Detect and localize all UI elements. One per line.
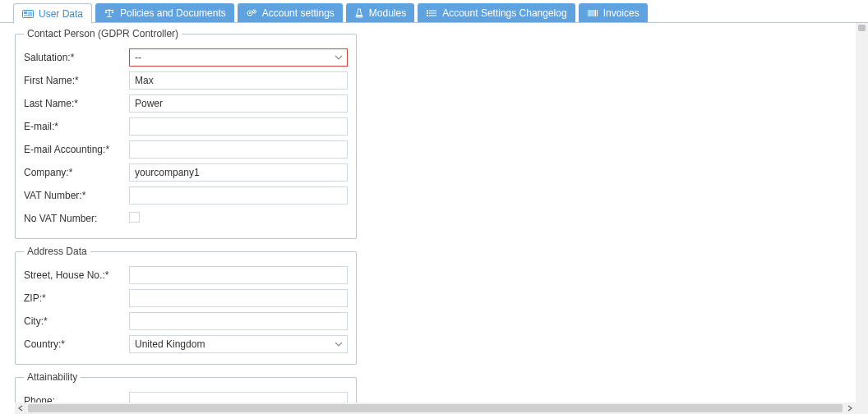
form-scroll-panel: Contact Person (GDPR Controller) Salutat… <box>0 23 856 402</box>
barcode-icon <box>587 8 598 18</box>
city-field[interactable] <box>129 312 348 330</box>
salutation-label: Salutation:* <box>24 52 129 63</box>
country-label: Country:* <box>24 338 129 350</box>
svg-point-11 <box>254 11 255 12</box>
last-name-field[interactable] <box>129 94 348 113</box>
group-legend: Address Data <box>24 246 90 257</box>
street-label: Street, House No.:* <box>24 269 129 281</box>
tab-invoices[interactable]: Invoices <box>579 3 648 23</box>
first-name-label: First Name:* <box>24 75 129 86</box>
zip-label: ZIP:* <box>24 292 129 304</box>
svg-rect-13 <box>429 11 436 12</box>
group-contact-person: Contact Person (GDPR Controller) Salutat… <box>15 28 357 239</box>
vat-number-field[interactable] <box>129 186 348 205</box>
tab-label: Invoices <box>603 7 639 19</box>
no-vat-checkbox[interactable] <box>129 212 140 223</box>
city-label: City:* <box>24 315 129 327</box>
svg-rect-12 <box>427 10 428 12</box>
tab-label: Policies and Documents <box>120 7 226 19</box>
tab-bar: User Data Policies and Documents Account… <box>0 0 868 23</box>
svg-rect-16 <box>427 15 428 16</box>
country-select[interactable]: United Kingdom <box>129 335 348 353</box>
vat-number-label: VAT Number:* <box>24 190 129 201</box>
tab-label: Account settings <box>262 7 335 19</box>
no-vat-label: No VAT Number: <box>24 213 129 224</box>
email-accounting-field[interactable] <box>129 140 348 159</box>
list-icon <box>426 8 437 18</box>
svg-rect-1 <box>24 12 27 14</box>
svg-rect-21 <box>593 10 593 16</box>
gears-icon <box>246 8 257 18</box>
tab-user-data[interactable]: User Data <box>13 3 92 24</box>
group-legend: Contact Person (GDPR Controller) <box>24 28 182 39</box>
group-attainability: Attainability Phone: Fax: <box>15 371 357 402</box>
tab-underline <box>0 22 868 23</box>
id-card-icon <box>22 9 34 19</box>
tab-policies[interactable]: Policies and Documents <box>95 3 234 23</box>
email-label: E-mail:* <box>24 121 129 132</box>
email-field[interactable] <box>129 117 348 136</box>
svg-rect-19 <box>589 10 591 16</box>
chevron-down-icon <box>335 342 343 347</box>
tab-label: Modules <box>369 7 406 19</box>
svg-rect-22 <box>594 10 596 16</box>
horizontal-scroll-thumb[interactable] <box>28 404 843 412</box>
tab-account-settings[interactable]: Account settings <box>238 3 343 23</box>
salutation-value: -- <box>135 52 141 63</box>
svg-point-9 <box>249 12 251 14</box>
app-root: User Data Policies and Documents Account… <box>0 0 868 414</box>
svg-rect-23 <box>597 10 598 16</box>
chevron-down-icon <box>335 55 343 60</box>
scroll-left-icon[interactable] <box>15 402 26 414</box>
company-label: Company:* <box>24 167 129 178</box>
zip-field[interactable] <box>129 289 348 307</box>
scroll-right-icon[interactable] <box>844 402 856 414</box>
email-accounting-label: E-mail Accounting:* <box>24 144 129 155</box>
street-field[interactable] <box>129 266 348 284</box>
group-address-data: Address Data Street, House No.:* ZIP:* C… <box>15 246 357 365</box>
svg-rect-20 <box>591 10 592 16</box>
first-name-field[interactable] <box>129 71 348 90</box>
svg-rect-3 <box>28 13 32 14</box>
svg-rect-4 <box>24 15 32 16</box>
content-area: Contact Person (GDPR Controller) Salutat… <box>0 23 868 414</box>
salutation-select[interactable]: -- <box>129 48 348 67</box>
last-name-label: Last Name:* <box>24 98 129 109</box>
scales-icon <box>104 8 115 18</box>
svg-rect-2 <box>28 12 32 12</box>
scroll-corner <box>856 402 868 414</box>
svg-rect-7 <box>107 16 112 17</box>
tab-changelog[interactable]: Account Settings Changelog <box>418 3 575 23</box>
tab-label: User Data <box>39 8 83 20</box>
group-legend: Attainability <box>24 371 81 383</box>
company-field[interactable] <box>129 163 348 182</box>
phone-label: Phone: <box>24 395 129 402</box>
tab-label: Account Settings Changelog <box>442 7 566 19</box>
svg-rect-15 <box>429 13 436 14</box>
horizontal-scrollbar[interactable] <box>15 402 856 414</box>
tab-modules[interactable]: Modules <box>346 3 414 23</box>
flask-icon <box>354 8 364 18</box>
svg-rect-14 <box>427 12 428 14</box>
phone-field[interactable] <box>129 392 348 402</box>
vertical-scrollbar[interactable] <box>856 23 868 402</box>
svg-rect-17 <box>429 16 436 16</box>
country-value: United Kingdom <box>135 338 205 350</box>
svg-rect-18 <box>588 10 589 16</box>
svg-rect-6 <box>105 10 113 11</box>
